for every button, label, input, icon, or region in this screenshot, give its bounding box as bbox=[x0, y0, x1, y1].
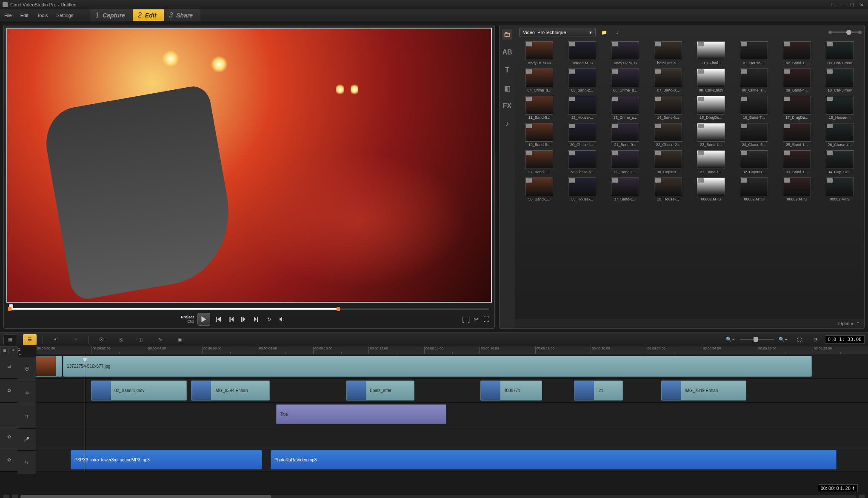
library-thumb[interactable]: 27_Band-1... bbox=[519, 150, 560, 174]
library-thumb[interactable]: hotcakes-c... bbox=[648, 41, 688, 65]
timeline-view-button[interactable]: ☰ bbox=[23, 334, 37, 345]
zoom-in-button[interactable]: 🔍+ bbox=[777, 334, 790, 345]
maximize-button[interactable]: ☐ bbox=[848, 2, 856, 8]
library-thumb[interactable]: 08_Car-2.mov bbox=[691, 69, 731, 92]
video-track-header[interactable]: ⦿ bbox=[18, 357, 36, 381]
preview-frame[interactable] bbox=[6, 28, 492, 303]
fullscreen-button[interactable]: ⛶ bbox=[483, 316, 489, 323]
step-share[interactable]: 3Share bbox=[164, 9, 200, 21]
library-thumb[interactable]: 06_Crime_s... bbox=[605, 69, 645, 92]
voice-track[interactable] bbox=[36, 426, 868, 448]
library-thumb[interactable]: Screen.MTS bbox=[562, 41, 602, 65]
end-button[interactable] bbox=[252, 315, 261, 324]
library-thumb[interactable]: 35_Band-1... bbox=[519, 177, 560, 201]
repeat-button[interactable]: ↻ bbox=[265, 315, 274, 324]
batch-convert-button[interactable]: ⎘ bbox=[114, 334, 128, 345]
undo-button[interactable]: ↶ bbox=[49, 334, 63, 345]
menu-file[interactable]: File bbox=[0, 9, 16, 21]
library-thumb[interactable]: 07_Band-3... bbox=[648, 69, 688, 92]
library-thumb[interactable]: 00002.MTS bbox=[819, 177, 860, 201]
library-thumb[interactable]: 23_Band-1... bbox=[691, 123, 731, 147]
media-tab-icon[interactable]: 🗀 bbox=[502, 29, 512, 40]
prev-frame-button[interactable] bbox=[226, 315, 236, 324]
storyboard-view-button[interactable]: ▦ bbox=[3, 334, 17, 345]
library-thumb[interactable]: 10_Car-3.mov bbox=[819, 69, 860, 92]
music-track-toggle[interactable]: ✿ bbox=[0, 448, 18, 472]
close-button[interactable]: ✕ bbox=[858, 2, 865, 8]
mark-in-handle[interactable] bbox=[8, 307, 11, 311]
fit-project-button[interactable]: ⛶ bbox=[793, 334, 806, 345]
library-thumb[interactable]: 00002.MTS bbox=[734, 177, 774, 201]
audio-clip[interactable]: PhotoRaRaVideo.mp3 bbox=[271, 450, 837, 469]
overlay-clip[interactable]: I21 bbox=[574, 381, 623, 401]
redo-button[interactable]: ↷ bbox=[69, 334, 82, 345]
painting-creator-icon[interactable]: ◫ bbox=[134, 334, 147, 345]
library-thumb[interactable]: 21_Band-9... bbox=[605, 123, 645, 147]
audio-tab-icon[interactable]: ♪ bbox=[502, 119, 512, 129]
overlay-clip[interactable]: IMG_7849 Enhan bbox=[661, 381, 746, 401]
library-thumb[interactable]: 14_Band-6... bbox=[648, 96, 688, 120]
library-thumb[interactable]: 38_House-... bbox=[648, 177, 688, 201]
library-folder-dropdown[interactable]: Video–ProTechnique▾ bbox=[519, 28, 596, 37]
record-button[interactable]: ⦿ bbox=[94, 334, 108, 345]
timeline-ruler[interactable]: 00:00:00.0000:00:02.0000:00:04.0000:00:0… bbox=[36, 346, 868, 354]
library-thumb[interactable]: 03_Car-1.mov bbox=[819, 41, 860, 65]
menu-tools[interactable]: Tools bbox=[33, 9, 52, 21]
settings-grid-icon[interactable]: ⋮⋮ bbox=[830, 2, 837, 8]
video-clip-thumb[interactable] bbox=[36, 356, 62, 377]
library-thumb[interactable]: 19_Band-8... bbox=[519, 123, 560, 147]
title-clip[interactable]: Title bbox=[276, 404, 446, 424]
library-thumb[interactable]: 22_Chase-2... bbox=[648, 123, 688, 147]
minimize-button[interactable]: ─ bbox=[839, 2, 847, 8]
overlay-clip[interactable]: 4888771 bbox=[480, 381, 542, 401]
scroll-expand-icon[interactable] bbox=[3, 495, 9, 498]
title-track-header[interactable]: ¹T bbox=[18, 405, 36, 429]
overlay-clip[interactable]: Boats_after bbox=[346, 381, 414, 401]
sound-mixer-icon[interactable]: ∿ bbox=[153, 334, 167, 345]
library-thumb[interactable]: 32_CopInB... bbox=[734, 150, 774, 174]
library-thumb[interactable]: 36_House-... bbox=[562, 177, 602, 201]
scroll-right-button[interactable] bbox=[859, 495, 865, 498]
library-thumb[interactable]: 24_Chase-3... bbox=[734, 123, 774, 147]
audio-clip[interactable]: PSPX3_intro_lower3rd_soundMP3.mp3 bbox=[71, 450, 262, 469]
track-toggle-2[interactable]: ≡ bbox=[9, 346, 18, 354]
overlay-clip[interactable]: 02_Band-1.mov bbox=[91, 381, 187, 401]
library-thumb[interactable]: 16_Band-7... bbox=[734, 96, 774, 120]
thumb-size-slider[interactable] bbox=[830, 31, 860, 33]
library-thumb[interactable]: 25_Band-1... bbox=[777, 123, 817, 147]
library-thumb[interactable]: TTR-Final... bbox=[691, 41, 731, 65]
voice-track-header[interactable]: 🎤 bbox=[18, 429, 36, 451]
scroll-thumb[interactable] bbox=[20, 495, 271, 498]
instant-project-icon[interactable]: ▣ bbox=[173, 334, 186, 345]
library-thumb[interactable]: 20_Chase-1... bbox=[562, 123, 602, 147]
voice-track-toggle[interactable]: ✿ bbox=[0, 426, 18, 448]
library-thumb[interactable]: 00002.MTS bbox=[691, 177, 731, 201]
ripple-toggle[interactable]: ± bbox=[18, 346, 36, 352]
overlay-track-header[interactable]: ✲ bbox=[18, 381, 36, 405]
scroll-left-button[interactable] bbox=[12, 495, 18, 498]
video-track[interactable]: 13722754-516x677.jpg bbox=[36, 354, 868, 379]
library-thumb[interactable]: 12_House-... bbox=[562, 96, 602, 120]
library-thumb[interactable]: 28_Chase-5... bbox=[562, 150, 602, 174]
library-thumb[interactable]: 08_Crime_s... bbox=[734, 69, 774, 92]
overlay-clip[interactable]: IMG_8394 Enhan bbox=[191, 381, 270, 401]
project-duration-icon[interactable]: ◔ bbox=[809, 334, 822, 345]
library-thumb[interactable]: 05_Band-2... bbox=[562, 69, 602, 92]
play-button[interactable] bbox=[197, 313, 210, 326]
library-thumb[interactable]: 33_Band-1... bbox=[777, 150, 817, 174]
track-toggle-1[interactable]: ▦ bbox=[0, 346, 9, 354]
library-thumb[interactable]: Andy 01.MTS bbox=[519, 41, 560, 65]
title-track-toggle[interactable] bbox=[0, 403, 18, 426]
volume-button[interactable] bbox=[277, 315, 287, 324]
title-tab-icon[interactable]: T bbox=[502, 65, 512, 75]
library-thumb[interactable]: 17_DrugDe... bbox=[777, 96, 817, 120]
add-folder-icon[interactable]: 📁 bbox=[600, 28, 608, 37]
zoom-out-button[interactable]: 🔍− bbox=[724, 334, 737, 345]
playback-mode-label[interactable]: Project Clip bbox=[181, 315, 194, 323]
graphic-tab-icon[interactable]: ◧ bbox=[502, 83, 512, 93]
library-thumb[interactable]: 13_Crime_s... bbox=[605, 96, 645, 120]
overlay-track-toggle[interactable]: ✿ bbox=[0, 379, 18, 403]
video-clip[interactable]: 13722754-516x677.jpg bbox=[63, 356, 812, 377]
library-thumb[interactable]: 26_Chase-4... bbox=[819, 123, 860, 147]
library-thumb[interactable]: 11_Band-5... bbox=[519, 96, 560, 120]
